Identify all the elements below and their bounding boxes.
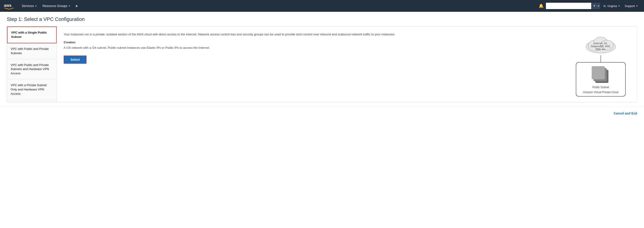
page-content: Step 1: Select a VPC Configuration VPC w… bbox=[0, 12, 644, 107]
nav-resource-groups-caret: ▼ bbox=[68, 5, 70, 7]
nav-search-wrap: ▼ bbox=[546, 3, 600, 9]
cancel-exit-button[interactable]: Cancel and Exit bbox=[614, 112, 637, 115]
nav-support-caret: ▼ bbox=[636, 5, 638, 7]
select-button[interactable]: Select bbox=[64, 56, 86, 64]
diagram-area: Internet, S3, DynamoDB, SNS, SQS, etc. bbox=[571, 32, 630, 96]
main-panel: VPC with a Single Public Subnet VPC with… bbox=[7, 26, 637, 102]
nav-search-dropdown[interactable]: ▼ bbox=[591, 3, 600, 9]
content-creates-text: A /16 network with a /24 subnet. Public … bbox=[64, 45, 564, 50]
svg-text:DynamoDB, SNS,: DynamoDB, SNS, bbox=[591, 45, 611, 48]
nav-services-caret: ▼ bbox=[35, 5, 37, 7]
content-description: Your instances run in a private, isolate… bbox=[64, 32, 564, 37]
vpc-label: Amazon Virtual Private Cloud bbox=[581, 91, 621, 94]
nav-region-caret: ▼ bbox=[618, 5, 620, 7]
sidebar-item-public-private-vpn[interactable]: VPC with Public and Private Subnets and … bbox=[7, 60, 57, 80]
select-button-wrap: Select bbox=[64, 56, 564, 64]
page-footer: Cancel and Exit bbox=[0, 107, 644, 120]
nav-services-label: Services bbox=[22, 4, 34, 8]
content-area: Your instances run in a private, isolate… bbox=[57, 26, 637, 102]
content-text: Your instances run in a private, isolate… bbox=[64, 32, 564, 64]
navbar: aws Services ▼ Resource Groups ▼ ★ 🔔 ▼ N… bbox=[0, 0, 644, 12]
sidebar: VPC with a Single Public Subnet VPC with… bbox=[7, 26, 57, 102]
vpc-box: Public Subnet Amazon Virtual Private Clo… bbox=[576, 62, 626, 96]
nav-support-label: Support bbox=[625, 4, 635, 8]
page-title: Step 1: Select a VPC Configuration bbox=[7, 16, 637, 22]
nav-resource-groups-label: Resource Groups bbox=[42, 4, 68, 8]
svg-text:aws: aws bbox=[4, 3, 12, 8]
content-creates-label: Creates: bbox=[64, 40, 564, 44]
nav-bell-icon[interactable]: 🔔 bbox=[536, 4, 546, 8]
nav-region-label: N. Virginia bbox=[604, 4, 617, 8]
aws-logo: aws bbox=[4, 2, 14, 10]
nav-resource-groups[interactable]: Resource Groups ▼ bbox=[40, 0, 74, 12]
sidebar-item-private-vpn[interactable]: VPC with a Private Subnet Only and Hardw… bbox=[7, 80, 57, 100]
nav-support[interactable]: Support ▼ bbox=[622, 4, 640, 8]
nav-search-input[interactable] bbox=[546, 3, 591, 9]
svg-text:Internet, S3,: Internet, S3, bbox=[594, 42, 608, 45]
nav-bookmarks-icon[interactable]: ★ bbox=[73, 4, 80, 8]
connector-line bbox=[600, 55, 601, 62]
sidebar-item-single-public[interactable]: VPC with a Single Public Subnet bbox=[7, 26, 57, 43]
nav-services[interactable]: Services ▼ bbox=[19, 0, 40, 12]
cloud-shape: Internet, S3, DynamoDB, SNS, SQS, etc. bbox=[582, 34, 619, 55]
sidebar-item-public-private[interactable]: VPC with Public and Private Subnets bbox=[7, 43, 57, 60]
svg-text:SQS, etc.: SQS, etc. bbox=[595, 48, 606, 50]
nav-region[interactable]: N. Virginia ▼ bbox=[601, 4, 622, 8]
subnet-label: Public Subnet bbox=[581, 86, 621, 89]
